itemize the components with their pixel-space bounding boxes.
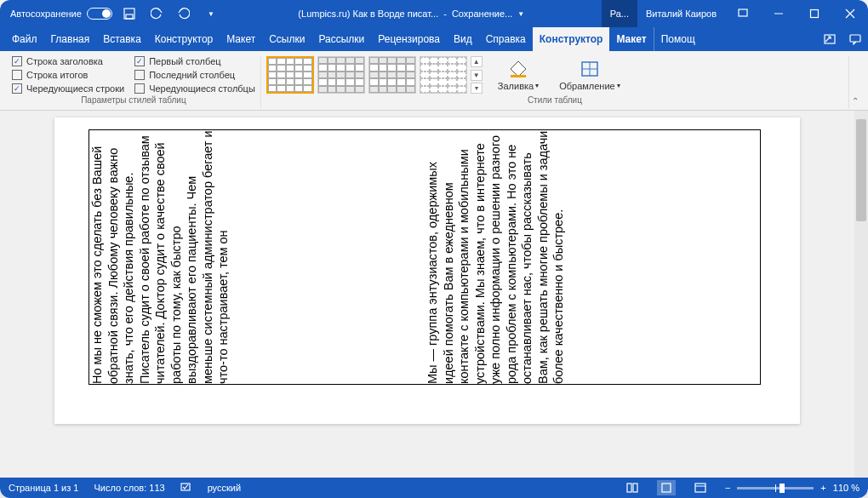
ck-banded-cols[interactable]: Чередующиеся столбцы bbox=[134, 83, 255, 94]
comments-icon[interactable] bbox=[842, 27, 868, 51]
table-styles-gallery[interactable]: ▲ ▼ ▾ bbox=[266, 56, 483, 94]
scrollbar-thumb[interactable] bbox=[856, 119, 866, 221]
tab-file[interactable]: Файл bbox=[5, 27, 44, 51]
toggle-switch[interactable] bbox=[87, 8, 112, 20]
zoom-controls[interactable]: − + 110 % bbox=[725, 483, 859, 493]
svg-rect-15 bbox=[633, 484, 637, 492]
group-table-styles: ▲ ▼ ▾ Заливка▾ Обрамление▾ Стили таблиц bbox=[261, 56, 849, 108]
tab-insert[interactable]: Вставка bbox=[96, 27, 148, 51]
zoom-level[interactable]: 110 % bbox=[833, 483, 859, 493]
svg-rect-2 bbox=[739, 9, 747, 16]
cell1-text: Но мы не сможем это сделать без Вашей об… bbox=[89, 130, 231, 384]
saving-status: Сохранение... bbox=[452, 9, 512, 19]
undo-icon[interactable] bbox=[146, 3, 167, 24]
redo-icon[interactable] bbox=[174, 3, 194, 24]
ck-total-row[interactable]: Строка итогов bbox=[12, 70, 124, 80]
maximize-icon[interactable] bbox=[797, 0, 832, 27]
qat-dropdown-icon[interactable]: ▼ bbox=[201, 3, 221, 24]
gallery-more-icon[interactable]: ▾ bbox=[471, 83, 483, 94]
page[interactable]: Но мы не сможем это сделать без Вашей об… bbox=[54, 117, 800, 424]
spellcheck-icon[interactable] bbox=[180, 481, 192, 495]
word-count[interactable]: Число слов: 113 bbox=[94, 483, 164, 493]
save-icon[interactable] bbox=[119, 3, 140, 24]
tab-references[interactable]: Ссылки bbox=[262, 27, 311, 51]
ribbon-tabs: Файл Главная Вставка Конструктор Макет С… bbox=[0, 27, 868, 51]
titlebar: Автосохранение ▼ (Lumpics.ru) Как в Ворд… bbox=[0, 0, 868, 27]
minimize-icon[interactable] bbox=[761, 0, 797, 27]
tab-layout[interactable]: Макет bbox=[220, 27, 262, 51]
tab-help[interactable]: Справка bbox=[479, 27, 533, 51]
tab-mailings[interactable]: Рассылки bbox=[311, 27, 371, 51]
web-layout-icon[interactable] bbox=[691, 480, 710, 495]
table-cell-2[interactable]: Мы — группа энтузиастов, одержимых идеей… bbox=[425, 130, 760, 384]
svg-rect-16 bbox=[662, 484, 671, 492]
ck-first-col[interactable]: ✓Первый столбец bbox=[134, 56, 255, 66]
user-name[interactable]: Виталий Каиров bbox=[637, 0, 725, 27]
table-style-2[interactable] bbox=[317, 56, 365, 94]
zoom-out-icon[interactable]: − bbox=[725, 483, 730, 493]
tab-table-layout[interactable]: Макет bbox=[609, 27, 653, 51]
svg-rect-17 bbox=[695, 484, 705, 492]
cell2-text: Мы — группа энтузиастов, одержимых идеей… bbox=[425, 130, 567, 384]
autosave-label: Автосохранение bbox=[10, 9, 82, 19]
ck-banded-rows[interactable]: ✓Чередующиеся строки bbox=[12, 83, 124, 94]
gallery-up-icon[interactable]: ▲ bbox=[471, 56, 483, 67]
svg-rect-14 bbox=[627, 484, 631, 492]
tab-home[interactable]: Главная bbox=[44, 27, 97, 51]
page-indicator[interactable]: Страница 1 из 1 bbox=[9, 483, 78, 493]
ribbon: ✓Строка заголовка Строка итогов ✓Чередую… bbox=[0, 51, 868, 111]
borders-button[interactable]: Обрамление▾ bbox=[554, 57, 625, 94]
document-title: (Lumpics.ru) Как в Ворде писат... bbox=[298, 9, 438, 19]
svg-rect-4 bbox=[811, 10, 819, 18]
table[interactable]: Но мы не сможем это сделать без Вашей об… bbox=[89, 129, 761, 385]
group-label-options: Параметры стилей таблиц bbox=[81, 94, 186, 108]
gallery-down-icon[interactable]: ▼ bbox=[471, 70, 483, 81]
ck-last-col[interactable]: Последний столбец bbox=[134, 70, 255, 80]
tab-design[interactable]: Конструктор bbox=[148, 27, 220, 51]
document-area: Но мы не сможем это сделать без Вашей об… bbox=[0, 111, 868, 478]
shading-button[interactable]: Заливка▾ bbox=[493, 57, 544, 94]
read-mode-icon[interactable] bbox=[623, 480, 642, 495]
table-style-3[interactable] bbox=[368, 56, 416, 94]
table-cell-1[interactable]: Но мы не сможем это сделать без Вашей об… bbox=[89, 130, 425, 384]
ribbon-display-icon[interactable] bbox=[725, 0, 761, 27]
tab-view[interactable]: Вид bbox=[447, 27, 479, 51]
user-badge[interactable]: Ра... bbox=[602, 0, 637, 27]
close-icon[interactable] bbox=[832, 0, 868, 27]
autosave-toggle[interactable]: Автосохранение bbox=[10, 8, 112, 20]
print-layout-icon[interactable] bbox=[657, 480, 676, 495]
statusbar: Страница 1 из 1 Число слов: 113 русский … bbox=[0, 478, 868, 498]
svg-rect-8 bbox=[850, 35, 860, 42]
share-icon[interactable] bbox=[817, 27, 842, 51]
svg-rect-1 bbox=[126, 14, 133, 19]
group-label-styles: Стили таблиц bbox=[528, 94, 582, 108]
vertical-scrollbar[interactable] bbox=[854, 111, 868, 478]
tab-table-design[interactable]: Конструктор bbox=[533, 27, 610, 51]
tab-review[interactable]: Рецензирова bbox=[371, 27, 447, 51]
ck-header-row[interactable]: ✓Строка заголовка bbox=[12, 56, 124, 66]
table-style-4[interactable] bbox=[420, 56, 467, 94]
collapse-ribbon-icon[interactable]: ⌃ bbox=[849, 94, 861, 108]
language[interactable]: русский bbox=[208, 483, 241, 493]
svg-rect-9 bbox=[511, 75, 526, 77]
zoom-slider[interactable] bbox=[737, 487, 814, 489]
group-table-style-options: ✓Строка заголовка Строка итогов ✓Чередую… bbox=[7, 56, 261, 108]
table-style-1[interactable] bbox=[266, 56, 314, 94]
zoom-in-icon[interactable]: + bbox=[820, 483, 825, 493]
tab-tellme[interactable]: Помощ bbox=[654, 27, 702, 51]
